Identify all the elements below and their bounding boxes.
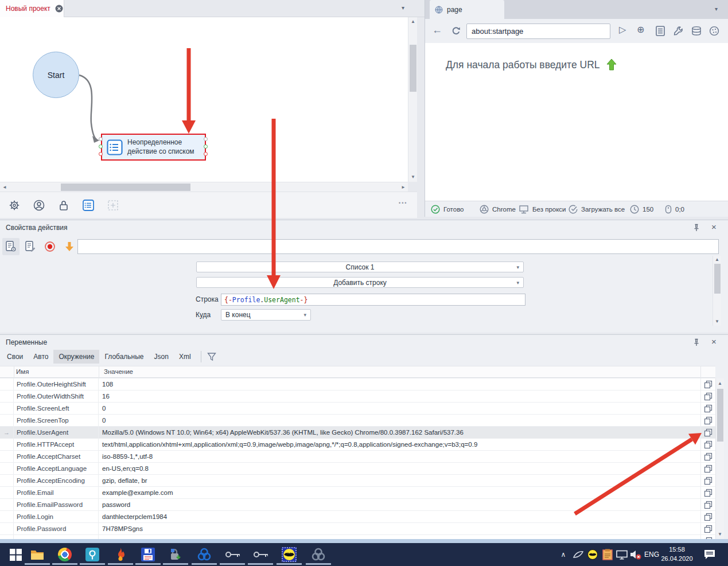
scroll-right-icon[interactable]: ►: [401, 185, 406, 190]
properties-search-input[interactable]: [77, 239, 719, 254]
clock[interactable]: 15:5826.04.2020: [661, 543, 693, 566]
project-tab[interactable]: Новый проект: [0, 0, 64, 17]
copy-icon[interactable]: [701, 487, 715, 498]
flame-app-icon[interactable]: [113, 547, 128, 562]
pin-icon[interactable]: [693, 338, 700, 346]
copy-icon[interactable]: [701, 439, 715, 450]
start-button[interactable]: [8, 547, 23, 562]
key-app-icon[interactable]: [225, 547, 240, 562]
table-row[interactable]: → Profile.Login danthlecterpclem1984: [0, 511, 715, 523]
column-value[interactable]: Значение: [104, 368, 133, 375]
profile-person-icon[interactable]: [30, 197, 48, 214]
tools-wrench-icon[interactable]: [674, 26, 684, 36]
status-timeout[interactable]: 150: [630, 201, 653, 217]
copy-icon[interactable]: [701, 463, 715, 474]
chevron-down-icon[interactable]: ▾: [402, 5, 404, 11]
reload-icon[interactable]: [451, 26, 461, 36]
tray-volume-muted-icon[interactable]: [629, 543, 643, 566]
chevron-down-icon[interactable]: ▾: [715, 6, 718, 12]
variables-tab[interactable]: Глобальные: [99, 350, 149, 364]
string-input[interactable]: {-Profile.UserAgent-}: [221, 294, 525, 306]
table-row[interactable]: → Profile.OuterHeightShift 108: [0, 378, 715, 391]
scroll-up-icon[interactable]: ▲: [715, 257, 719, 262]
variables-tab[interactable]: Xml: [174, 350, 196, 364]
cookies-icon[interactable]: [709, 26, 719, 36]
table-row[interactable]: → Profile.EmailPassword password: [0, 499, 715, 511]
list-select[interactable]: Список 1▾: [196, 261, 524, 272]
scroll-down-icon[interactable]: ▼: [715, 319, 719, 324]
copy-icon[interactable]: [701, 499, 715, 510]
close-icon[interactable]: ×: [711, 222, 717, 232]
variables-tab[interactable]: Авто: [28, 350, 53, 364]
canvas-vertical-scrollbar[interactable]: ▲ ▼: [408, 17, 417, 182]
status-load-mode[interactable]: Загружать все: [569, 201, 625, 217]
url-input[interactable]: [466, 24, 610, 39]
copy-icon[interactable]: [701, 403, 715, 414]
table-row[interactable]: → Profile.HTTPAccept text/html,applicati…: [0, 439, 715, 451]
filter-funnel-icon[interactable]: [207, 352, 216, 361]
table-row[interactable]: → Profile.Password 7H78MPSgns: [0, 523, 715, 535]
variables-tab[interactable]: Json: [149, 350, 174, 364]
connection-dot[interactable]: [204, 152, 208, 156]
chrome-icon[interactable]: [57, 547, 72, 562]
copy-icon[interactable]: [701, 523, 715, 534]
table-row[interactable]: → Profile.OuterWidthShift 16: [0, 391, 715, 403]
pin-icon[interactable]: [693, 224, 700, 232]
scroll-thumb[interactable]: [61, 184, 190, 191]
copy-icon[interactable]: [701, 378, 715, 390]
status-proxy[interactable]: Без прокси: [519, 201, 566, 217]
variables-scrollbar[interactable]: ▲ ▼: [715, 378, 724, 540]
column-name[interactable]: Имя: [16, 368, 29, 375]
language-indicator[interactable]: ENG: [643, 543, 661, 566]
play-icon[interactable]: ▷: [619, 25, 626, 34]
close-tab-icon[interactable]: [55, 5, 63, 13]
status-engine[interactable]: Chrome: [480, 201, 516, 217]
scroll-up-icon[interactable]: ▲: [718, 381, 722, 386]
doc-settings-icon[interactable]: [2, 238, 20, 255]
scroll-thumb[interactable]: [717, 389, 723, 442]
connection-dot[interactable]: [99, 137, 103, 141]
scroll-down-icon[interactable]: ▼: [411, 175, 415, 179]
batman-app-icon[interactable]: [282, 547, 297, 562]
tray-batman-icon[interactable]: [586, 543, 599, 566]
database-icon[interactable]: [691, 26, 702, 36]
teal-app-icon[interactable]: [85, 547, 100, 562]
page-source-icon[interactable]: [656, 26, 665, 36]
lock-icon[interactable]: [55, 197, 72, 214]
add-placeholder-icon[interactable]: [104, 197, 122, 214]
tray-swoosh-icon[interactable]: [572, 543, 585, 566]
gray-knot-icon[interactable]: [311, 547, 326, 562]
copy-icon[interactable]: [701, 427, 715, 438]
copy-icon[interactable]: [701, 391, 715, 402]
more-options-icon[interactable]: •••: [399, 200, 407, 206]
connection-dot[interactable]: [99, 145, 103, 149]
tray-chevron-icon[interactable]: ∧: [558, 543, 569, 566]
floppy-app-icon[interactable]: [141, 547, 155, 562]
new-tab-icon[interactable]: ⊕: [637, 25, 644, 34]
bas-knot-icon[interactable]: [197, 547, 212, 562]
scroll-thumb[interactable]: [410, 45, 416, 92]
back-icon[interactable]: ←: [432, 24, 442, 36]
copy-icon[interactable]: [701, 415, 715, 426]
browser-tab[interactable]: page: [430, 0, 504, 19]
connection-dot[interactable]: [204, 145, 208, 149]
table-row[interactable]: → Profile.UserAgent Mozilla/5.0 (Windows…: [0, 427, 715, 439]
key-app-icon[interactable]: [253, 547, 268, 562]
lock-app-icon[interactable]: [168, 547, 183, 562]
file-explorer-icon[interactable]: [30, 547, 45, 562]
connection-dot[interactable]: [204, 137, 208, 141]
table-row[interactable]: → Profile.AcceptCharset iso-8859-1,*,utf…: [0, 451, 715, 463]
copy-icon[interactable]: [701, 511, 715, 522]
scroll-left-icon[interactable]: ◄: [2, 185, 7, 190]
close-icon[interactable]: ×: [711, 337, 717, 346]
flowchart-canvas[interactable]: Start Неопределенноедействие со списком: [0, 17, 408, 182]
table-row[interactable]: → Profile.Email example@example.com: [0, 487, 715, 499]
action-center-icon[interactable]: [702, 543, 717, 566]
scroll-up-icon[interactable]: ▲: [411, 19, 415, 24]
tray-clipboard-icon[interactable]: [601, 543, 614, 566]
variables-tab[interactable]: Свои: [2, 350, 28, 364]
list-view-icon[interactable]: [80, 197, 97, 214]
doc-edit-icon[interactable]: [22, 238, 39, 255]
browser-viewport[interactable]: Для начала работы введите URL: [425, 43, 728, 201]
action-node[interactable]: Неопределенноедействие со списком: [101, 134, 206, 161]
